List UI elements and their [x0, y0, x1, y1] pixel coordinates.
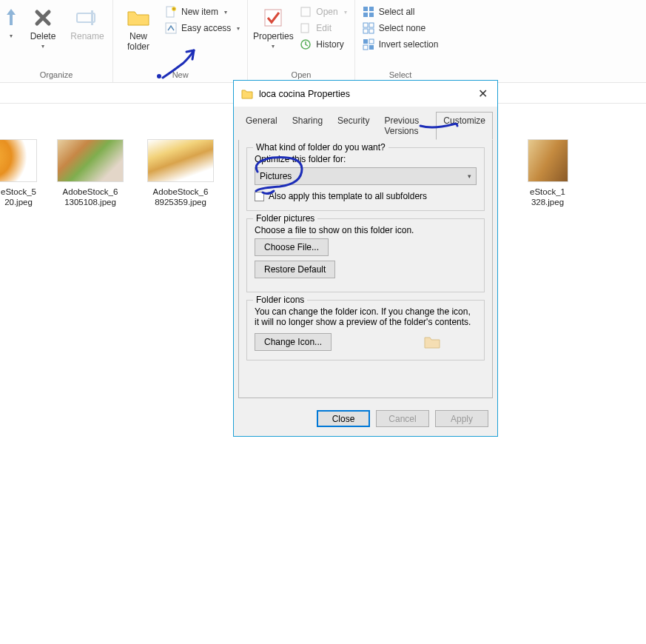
- optimize-value: Pictures: [260, 171, 292, 181]
- fieldset-legend: What kind of folder do you want?: [253, 142, 388, 152]
- also-apply-label: Also apply this template to all subfolde…: [269, 191, 427, 201]
- new-item-button[interactable]: New item ▾: [162, 4, 243, 19]
- arrow-icon: [4, 6, 19, 30]
- svg-rect-16: [369, 29, 374, 33]
- properties-icon: [261, 6, 285, 30]
- invert-selection-button[interactable]: Invert selection: [360, 37, 442, 52]
- tab-customize[interactable]: Customize: [436, 112, 493, 140]
- fieldset-legend: Folder pictures: [253, 213, 317, 224]
- select-none-button[interactable]: Select none: [360, 21, 442, 36]
- choose-file-button[interactable]: Choose File...: [255, 238, 329, 256]
- svg-rect-9: [363, 7, 368, 11]
- apply-button[interactable]: Apply: [435, 410, 488, 427]
- file-item[interactable]: eStock_5 20.jpeg: [0, 139, 37, 208]
- file-name: AdobeStock_6 8925359.jpeg: [144, 187, 218, 208]
- also-apply-checkbox-row[interactable]: Also apply this template to all subfolde…: [255, 191, 477, 201]
- restore-default-button[interactable]: Restore Default: [255, 261, 335, 278]
- svg-rect-4: [166, 23, 176, 33]
- close-button[interactable]: ✕: [472, 87, 493, 101]
- svg-rect-20: [369, 45, 374, 50]
- edit-icon: [300, 22, 312, 34]
- rename-icon: [75, 6, 99, 30]
- file-thumbnail: [0, 139, 37, 182]
- dialog-tabs: General Sharing Security Previous Versio…: [234, 107, 497, 139]
- svg-rect-15: [363, 29, 368, 33]
- optimize-dropdown[interactable]: Pictures ▾: [255, 167, 477, 185]
- open-label: Open: [316, 7, 337, 17]
- change-icon-button[interactable]: Change Icon...: [255, 333, 332, 351]
- svg-rect-13: [363, 23, 368, 27]
- select-none-icon: [363, 22, 374, 34]
- edit-button[interactable]: Edit: [297, 21, 349, 36]
- checkbox-icon[interactable]: [255, 192, 264, 201]
- new-group-label: New: [118, 69, 243, 82]
- new-item-label: New item: [181, 7, 218, 17]
- svg-rect-7: [301, 24, 309, 33]
- file-item[interactable]: AdobeStock_6 1305108.jpeg: [53, 139, 127, 208]
- dialog-title-text: loca cocina Properties: [259, 89, 472, 99]
- file-item[interactable]: AdobeStock_6 8925359.jpeg: [144, 139, 218, 208]
- history-icon: [300, 38, 312, 50]
- delete-icon: [31, 6, 55, 30]
- tab-previous-versions[interactable]: Previous Versions: [377, 112, 436, 140]
- select-all-button[interactable]: Select all: [360, 4, 442, 19]
- history-label: History: [316, 39, 343, 50]
- folder-icon-preview: [423, 335, 441, 349]
- select-none-label: Select none: [379, 23, 425, 33]
- svg-rect-12: [369, 13, 374, 17]
- tab-general[interactable]: General: [238, 112, 285, 140]
- ribbon-group-new: New folder New item ▾ Easy access ▾: [113, 0, 248, 82]
- delete-label: Delete: [30, 31, 56, 41]
- open-icon: [300, 6, 312, 18]
- cancel-button[interactable]: Cancel: [376, 410, 429, 427]
- file-name: AdobeStock_6 1305108.jpeg: [53, 187, 127, 208]
- svg-rect-5: [265, 10, 281, 26]
- properties-button[interactable]: Properties ▾: [252, 3, 294, 53]
- tab-security[interactable]: Security: [330, 112, 377, 140]
- cut-button[interactable]: ▾: [4, 3, 19, 42]
- tab-body-customize: What kind of folder do you want? Optimiz…: [238, 139, 493, 398]
- svg-rect-19: [363, 45, 368, 50]
- fieldset-folder-pictures: Folder pictures Choose a file to show on…: [246, 218, 485, 292]
- svg-rect-6: [301, 7, 310, 16]
- history-button[interactable]: History: [297, 37, 349, 52]
- choose-instruction: Choose a file to show on this folder ico…: [255, 225, 477, 235]
- icon-instruction: You can change the folder icon. If you c…: [255, 306, 477, 327]
- open-button[interactable]: Open ▾: [297, 4, 349, 19]
- organize-group-label: Organize: [4, 69, 108, 82]
- dialog-title-bar[interactable]: loca cocina Properties ✕: [234, 81, 497, 107]
- easy-access-label: Easy access: [181, 23, 231, 33]
- fieldset-folder-kind: What kind of folder do you want? Optimiz…: [246, 147, 485, 211]
- invert-icon: [363, 38, 374, 50]
- svg-rect-14: [369, 23, 374, 27]
- folder-icon: [127, 6, 150, 30]
- rename-button[interactable]: Rename: [67, 3, 108, 44]
- invert-label: Invert selection: [379, 39, 439, 50]
- file-thumbnail: [147, 139, 214, 182]
- dialog-button-row: Close Cancel Apply: [234, 403, 497, 436]
- select-all-label: Select all: [379, 7, 415, 17]
- fieldset-legend: Folder icons: [253, 295, 307, 305]
- edit-label: Edit: [316, 23, 332, 33]
- new-folder-button[interactable]: New folder: [118, 3, 159, 55]
- delete-button[interactable]: Delete ▾: [22, 3, 64, 53]
- easy-access-button[interactable]: Easy access ▾: [162, 21, 243, 36]
- file-thumbnail: [528, 139, 568, 182]
- svg-rect-11: [363, 13, 368, 17]
- select-all-icon: [363, 6, 374, 18]
- chevron-down-icon: ▾: [468, 172, 471, 180]
- new-folder-label: New folder: [127, 31, 149, 52]
- tab-sharing[interactable]: Sharing: [285, 112, 330, 140]
- file-item[interactable]: eStock_1 328.jpeg: [525, 139, 570, 208]
- close-dialog-button[interactable]: Close: [317, 410, 370, 427]
- properties-dialog: loca cocina Properties ✕ General Sharing…: [233, 80, 498, 437]
- file-thumbnail: [57, 139, 124, 182]
- ribbon-group-open: Properties ▾ Open ▾ Edit: [248, 0, 354, 82]
- svg-rect-10: [369, 7, 374, 11]
- ribbon-group-organize: ▾ Delete ▾ Rename Organize: [0, 0, 113, 82]
- rename-label: Rename: [70, 31, 104, 41]
- ribbon: ▾ Delete ▾ Rename Organize: [0, 0, 646, 83]
- ribbon-group-select: Select all Select none Invert selection …: [355, 0, 446, 82]
- properties-label: Properties: [253, 31, 294, 41]
- file-name: eStock_5 20.jpeg: [0, 187, 37, 208]
